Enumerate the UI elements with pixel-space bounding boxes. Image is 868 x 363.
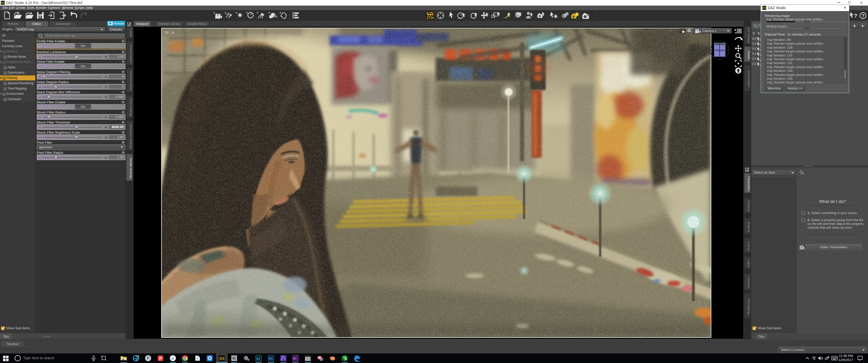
svg-text:Back: Back xyxy=(716,48,724,52)
svg-text:+: + xyxy=(257,11,259,14)
svg-text:w: w xyxy=(171,356,174,361)
svg-text:+: + xyxy=(279,11,281,14)
svg-text:P: P xyxy=(159,356,162,361)
svg-text:Pr: Pr xyxy=(293,357,297,361)
svg-text:IM: IM xyxy=(232,357,235,360)
svg-text:+: + xyxy=(213,11,215,14)
svg-text:16 : 9: 16 : 9 xyxy=(164,30,174,35)
svg-text:+: + xyxy=(268,11,270,14)
svg-text:Ps: Ps xyxy=(269,357,273,361)
svg-text:P: P xyxy=(147,356,150,361)
svg-text:+: + xyxy=(236,11,238,14)
svg-text:?: ? xyxy=(862,13,865,19)
svg-text:+: + xyxy=(224,11,226,14)
svg-text:DS: DS xyxy=(219,357,224,361)
svg-text:?: ? xyxy=(854,12,857,19)
svg-text:Lr: Lr xyxy=(257,357,260,361)
